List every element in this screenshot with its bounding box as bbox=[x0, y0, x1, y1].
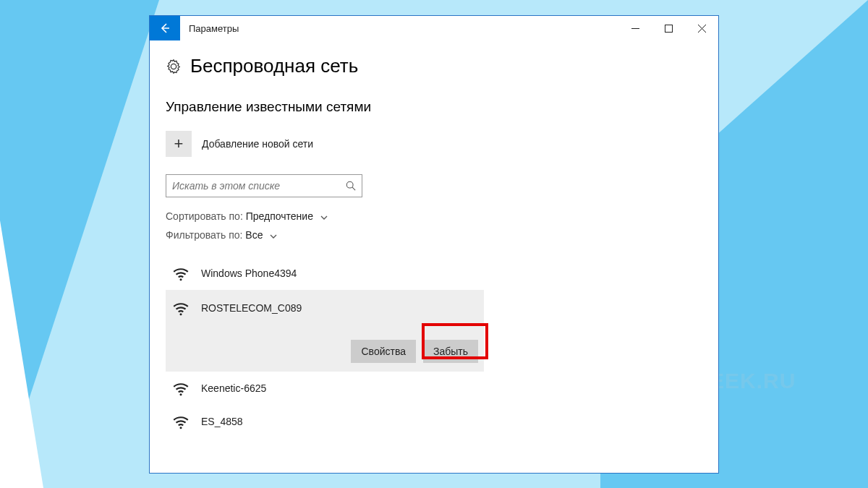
maximize-button[interactable] bbox=[652, 16, 685, 40]
sort-by-selector[interactable]: Сортировать по: Предпочтение bbox=[166, 210, 702, 222]
network-item[interactable]: Keenetic-6625 bbox=[166, 372, 484, 405]
add-network-label: Добавление новой сети bbox=[202, 138, 313, 150]
filter-by-selector[interactable]: Фильтровать по: Все bbox=[166, 229, 702, 241]
section-title: Управление известными сетями bbox=[166, 99, 702, 115]
network-name: Keenetic-6625 bbox=[201, 382, 266, 394]
minimize-icon bbox=[631, 25, 639, 33]
svg-point-1 bbox=[346, 181, 353, 188]
svg-point-3 bbox=[179, 313, 182, 315]
forget-button[interactable]: Забыть bbox=[423, 340, 478, 363]
network-actions: Свойства Забыть bbox=[166, 334, 484, 372]
svg-point-5 bbox=[179, 427, 182, 429]
sort-label: Сортировать по: bbox=[166, 210, 243, 222]
network-item[interactable]: Windows Phone4394 bbox=[166, 257, 484, 290]
chevron-down-icon bbox=[270, 229, 277, 241]
plus-icon: + bbox=[166, 131, 192, 157]
search-input[interactable] bbox=[172, 180, 346, 192]
wifi-icon bbox=[171, 299, 190, 317]
close-icon bbox=[698, 25, 706, 33]
maximize-icon bbox=[665, 25, 673, 33]
network-item[interactable]: ES_4858 bbox=[166, 405, 484, 438]
gear-icon bbox=[166, 59, 182, 74]
svg-rect-0 bbox=[665, 25, 672, 32]
minimize-button[interactable] bbox=[618, 16, 652, 40]
network-name: ROSTELECOM_C089 bbox=[201, 302, 302, 314]
svg-point-2 bbox=[179, 278, 182, 281]
content: Беспроводная сеть Управление известными … bbox=[150, 40, 718, 438]
network-list: Windows Phone4394 ROSTELECOM_C089 Свойст… bbox=[166, 257, 702, 438]
network-name: Windows Phone4394 bbox=[201, 267, 297, 279]
filter-label: Фильтровать по: bbox=[166, 229, 242, 241]
wifi-icon bbox=[171, 412, 190, 431]
filter-value: Все bbox=[245, 229, 263, 241]
add-network-button[interactable]: + Добавление новой сети bbox=[166, 131, 702, 157]
search-input-container[interactable] bbox=[166, 174, 362, 197]
wifi-icon bbox=[171, 264, 190, 283]
back-button[interactable] bbox=[150, 16, 180, 40]
close-button[interactable] bbox=[685, 16, 718, 40]
wifi-icon bbox=[171, 379, 190, 398]
titlebar: Параметры bbox=[150, 16, 718, 40]
network-item-selected[interactable]: ROSTELECOM_C089 Свойства Забыть bbox=[166, 290, 484, 372]
search-icon bbox=[346, 181, 356, 191]
properties-button[interactable]: Свойства bbox=[351, 340, 415, 363]
chevron-down-icon bbox=[320, 210, 328, 222]
arrow-left-icon bbox=[159, 22, 171, 34]
svg-point-4 bbox=[179, 393, 182, 395]
page-header: Беспроводная сеть bbox=[166, 55, 702, 77]
settings-window: Параметры Беспроводная сеть Управление и… bbox=[149, 15, 719, 474]
network-name: ES_4858 bbox=[201, 416, 243, 427]
window-title: Параметры bbox=[180, 16, 618, 40]
page-title: Беспроводная сеть bbox=[190, 55, 358, 77]
sort-value: Предпочтение bbox=[246, 210, 313, 222]
